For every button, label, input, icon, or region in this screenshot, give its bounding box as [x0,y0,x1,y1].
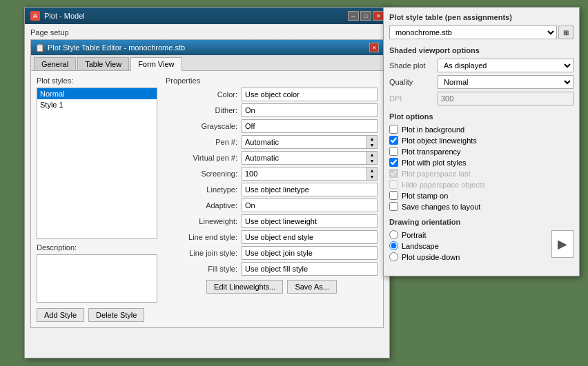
drawing-orientation-section: Drawing orientation Portrait Landscape P… [389,218,574,263]
minimize-button[interactable]: ─ [348,11,359,21]
pen-down-button[interactable]: ▼ [367,142,377,148]
description-textarea[interactable] [37,254,157,303]
orientation-options: Portrait Landscape Plot upside-down [389,230,460,263]
virtual-pen-control: ▲ ▼ [242,151,378,165]
upside-down-label[interactable]: Plot upside-down [402,253,460,261]
pen-spinner: ▲ ▼ [242,135,378,149]
screening-up-button[interactable]: ▲ [367,167,377,174]
orientation-content: Portrait Landscape Plot upside-down ▶ [389,230,574,263]
save-changes-row: Save changes to layout [389,202,574,211]
dialog-body: Plot styles: Normal Style 1 Description:… [31,71,383,327]
plot-styles-row: Plot with plot styles [389,158,574,167]
add-style-button[interactable]: Add Style [37,308,84,322]
prop-row-lineweight: Lineweight: Use object lineweight [166,214,378,228]
plot-styles-checkbox[interactable] [389,158,398,167]
screening-input[interactable] [242,167,366,180]
portrait-label[interactable]: Portrait [402,231,426,239]
left-panel: Plot styles: Normal Style 1 Description:… [37,77,157,322]
inner-title-left: 📋 Plot Style Table Editor - monochrome.s… [35,43,185,52]
virtual-pen-down-button[interactable]: ▼ [367,158,377,164]
save-as-button[interactable]: Save As... [287,280,337,294]
plot-stamp-checkbox[interactable] [389,191,398,200]
plot-transparency-checkbox[interactable] [389,147,398,156]
virtual-pen-input[interactable] [242,152,366,164]
line-end-label: Line end style: [166,233,242,241]
plot-styles-label[interactable]: Plot with plot styles [402,159,467,167]
delete-style-button[interactable]: Delete Style [88,308,144,322]
line-join-dropdown[interactable]: Use object join style [242,246,378,260]
tab-form-view[interactable]: Form View [130,57,182,71]
plot-style-table-edit-button[interactable]: ⊞ [558,26,574,39]
grayscale-control: Off [242,119,378,133]
virtual-pen-spinner-buttons: ▲ ▼ [366,152,377,164]
prop-row-linetype: Linetype: Use object linetype [166,183,378,196]
fill-dropdown[interactable]: Use object fill style [242,262,378,276]
prop-row-grayscale: Grayscale: Off [166,119,378,133]
line-end-dropdown[interactable]: Use object end style [242,230,378,244]
hide-paperspace-row: Hide paperspace objects [389,180,574,189]
shade-plot-dropdown[interactable]: As displayed [438,59,574,72]
color-dropdown[interactable]: Use object color [242,88,378,101]
styles-listbox[interactable]: Normal Style 1 [37,88,157,239]
quality-label: Quality [389,78,438,86]
plot-transparency-label[interactable]: Plot transparency [402,148,461,156]
prop-row-virtual-pen: Virtual pen #: ▲ ▼ [166,151,378,165]
save-changes-label[interactable]: Save changes to layout [402,203,480,211]
shaded-viewport-title: Shaded viewport options [389,46,574,54]
line-end-control: Use object end style [242,230,378,244]
landscape-label[interactable]: Landscape [402,242,439,250]
pen-up-button[interactable]: ▲ [367,136,377,142]
description-label: Description: [37,243,157,252]
plot-style-table-dropdown[interactable]: monochrome.stb [389,26,557,39]
edit-lineweights-button[interactable]: Edit Lineweights... [206,280,283,294]
tab-table-view[interactable]: Table View [77,57,129,70]
inner-dialog: 📋 Plot Style Table Editor - monochrome.s… [30,39,384,328]
dpi-row: DPI [389,92,574,105]
screening-down-button[interactable]: ▼ [367,174,377,180]
inner-close-button[interactable]: ✕ [369,43,379,52]
save-changes-checkbox[interactable] [389,202,398,211]
linetype-dropdown[interactable]: Use object linetype [242,183,378,196]
pen-input[interactable] [242,136,366,148]
plot-lineweights-checkbox[interactable] [389,136,398,145]
line-join-label: Line join style: [166,249,242,257]
quality-dropdown[interactable]: Normal [438,75,574,89]
plot-background-label[interactable]: Plot in background [402,125,464,134]
plot-style-table-section: Plot style table (pen assignments) monoc… [389,13,574,39]
line-join-control: Use object join style [242,246,378,260]
title-bar-buttons: ─ □ ✕ [348,11,384,21]
plot-transparency-row: Plot transparency [389,147,574,156]
upside-down-radio[interactable] [389,252,398,261]
maximize-button[interactable]: □ [360,11,371,21]
dither-dropdown[interactable]: On [242,103,378,117]
plot-background-checkbox[interactable] [389,125,398,134]
right-panel: Properties Color: Use object color Dithe… [166,77,378,322]
properties-label: Properties [166,77,378,85]
close-button[interactable]: ✕ [373,11,384,21]
style-item-style1[interactable]: Style 1 [37,99,157,110]
right-side-panel: Plot style table (pen assignments) monoc… [383,7,580,276]
prop-row-line-join: Line join style: Use object join style [166,246,378,260]
plot-stamp-label[interactable]: Plot stamp on [402,192,448,200]
virtual-pen-up-button[interactable]: ▲ [367,152,377,158]
dpi-input [438,92,574,105]
quality-row: Quality Normal [389,75,574,89]
portrait-radio[interactable] [389,230,398,239]
shade-plot-label: Shade plot [389,61,438,70]
tab-general[interactable]: General [34,57,76,70]
landscape-radio[interactable] [389,241,398,250]
color-label: Color: [166,90,242,99]
lineweight-dropdown[interactable]: Use object lineweight [242,214,378,228]
grayscale-dropdown[interactable]: Off [242,119,378,133]
style-item-normal[interactable]: Normal [37,88,157,99]
virtual-pen-spinner: ▲ ▼ [242,151,378,165]
prop-row-screening: Screening: ▲ ▼ [166,167,378,181]
plot-lineweights-label[interactable]: Plot object lineweights [402,136,477,145]
plot-lineweights-row: Plot object lineweights [389,136,574,145]
fill-label: Fill style: [166,265,242,273]
orientation-icon-area: ▶ [551,230,574,258]
plot-options-section: Plot options Plot in background Plot obj… [389,112,574,211]
adaptive-dropdown[interactable]: On [242,199,378,212]
prop-row-pen: Pen #: ▲ ▼ [166,135,378,149]
description-section: Description: [37,243,157,304]
